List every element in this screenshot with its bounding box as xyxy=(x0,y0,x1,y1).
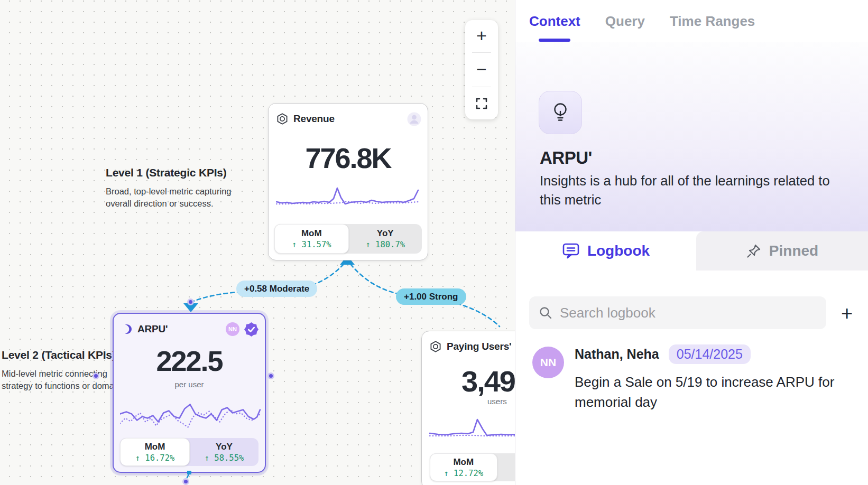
fullscreen-icon xyxy=(476,98,487,109)
metric-value: 222.5 xyxy=(114,344,265,377)
lightbulb-tile xyxy=(539,91,582,134)
owner-initials-badge[interactable]: NN xyxy=(226,322,239,336)
metric-title: ARPU' xyxy=(540,148,592,168)
tab-context[interactable]: Context xyxy=(529,0,580,42)
metric-card-arpu[interactable]: ARPU' NN 222.5 per user MoM ↑ 16.72% YoY… xyxy=(113,313,266,473)
arpu-left-handle[interactable] xyxy=(93,372,99,379)
tab-time-ranges[interactable]: Time Ranges xyxy=(670,0,755,42)
logbook-pinned-tabs: Logbook Pinned xyxy=(515,231,868,271)
mom-toggle[interactable]: MoM ↑ 12.72% xyxy=(430,453,497,481)
entry-date-badge: 05/14/2025 xyxy=(669,344,751,364)
divider xyxy=(472,87,491,87)
avatar-icon xyxy=(407,112,421,126)
metric-description: Insights is a hub for all of the learnin… xyxy=(540,171,844,209)
yoy-toggle[interactable] xyxy=(497,453,515,481)
metric-card-paying-users[interactable]: Paying Users' 3,49 users MoM ↑ 12.72% xyxy=(421,331,515,485)
subtab-logbook[interactable]: Logbook xyxy=(515,231,696,271)
mom-toggle[interactable]: MoM ↑ 31.57% xyxy=(274,224,349,254)
mom-toggle[interactable]: MoM ↑ 16.72% xyxy=(120,438,190,466)
subtab-pinned[interactable]: Pinned xyxy=(696,231,868,271)
hexagon-node-icon xyxy=(276,113,289,125)
yoy-value: ↑ 180.7% xyxy=(365,240,405,249)
mom-value: ↑ 31.57% xyxy=(292,240,331,249)
entry-text: Begin a Sale on 5/19 to increase ARPU fo… xyxy=(575,372,849,412)
logbook-chat-icon xyxy=(562,243,580,259)
verified-check-badge[interactable] xyxy=(244,322,258,337)
zoom-out-button[interactable]: − xyxy=(465,55,498,85)
subtab-label: Logbook xyxy=(587,243,650,259)
arpu-top-handle[interactable] xyxy=(187,299,194,305)
logbook-search[interactable] xyxy=(529,296,826,329)
correlation-label-strong[interactable]: +1.00 Strong xyxy=(396,288,466,305)
yoy-value: ↑ 58.55% xyxy=(205,453,244,463)
subtab-label: Pinned xyxy=(769,243,818,259)
metric-unit: users xyxy=(487,397,507,406)
divider xyxy=(472,52,491,53)
card-title: Paying Users' xyxy=(447,341,515,352)
avatar: NN xyxy=(532,347,564,378)
entry-author: Nathan, Neha xyxy=(575,347,659,362)
search-icon xyxy=(539,306,552,320)
metric-card-revenue[interactable]: Revenue 776.8K MoM ↑ 31.57% YoY ↑ 180.7% xyxy=(268,103,428,260)
correlation-value: +0.58 Moderate xyxy=(244,284,309,294)
mom-value: ↑ 16.72% xyxy=(135,453,175,463)
zoom-in-button[interactable]: + xyxy=(465,21,498,51)
correlation-value: +1.00 Strong xyxy=(404,292,458,302)
sparkline xyxy=(120,397,261,439)
panel-tab-bar: Context Query Time Ranges xyxy=(515,0,868,42)
metric-tree-canvas[interactable]: +0.58 Moderate +1.00 Strong Level 1 (Str… xyxy=(0,0,515,485)
correlation-label-moderate[interactable]: +0.58 Moderate xyxy=(236,281,317,297)
context-side-panel: Context Query Time Ranges ARPU' Insights… xyxy=(515,0,868,485)
metric-insights-header: ARPU' Insights is a hub for all of the l… xyxy=(515,42,868,231)
sparkline xyxy=(276,183,420,210)
card-title: ARPU' xyxy=(137,323,221,335)
arpu-bottom-edge-tick xyxy=(187,471,191,474)
sparkline xyxy=(429,413,515,443)
hexagon-node-icon xyxy=(429,340,442,353)
mom-label: MoM xyxy=(453,457,474,468)
add-entry-button[interactable]: + xyxy=(835,301,859,325)
yoy-toggle[interactable]: YoY ↑ 180.7% xyxy=(349,224,422,254)
logbook-body: + NN Nathan, Neha 05/14/2025 Begin a Sal… xyxy=(515,271,868,485)
canvas-zoom-toolbar: + − xyxy=(465,20,498,119)
metric-value: 3,49 xyxy=(461,364,515,398)
search-input[interactable] xyxy=(560,305,817,321)
crescent-moon-icon xyxy=(121,323,133,335)
yoy-label: YoY xyxy=(377,228,394,239)
fit-view-button[interactable] xyxy=(465,89,498,118)
yoy-toggle[interactable]: YoY ↑ 58.55% xyxy=(190,438,258,466)
yoy-label: YoY xyxy=(216,442,233,452)
metric-unit: per user xyxy=(114,380,265,389)
card-title: Revenue xyxy=(293,113,402,125)
arpu-right-handle[interactable] xyxy=(267,372,274,379)
mom-label: MoM xyxy=(301,228,322,239)
pin-icon xyxy=(746,243,762,259)
tab-query[interactable]: Query xyxy=(605,0,645,42)
arpu-bottom-handle[interactable] xyxy=(182,478,189,485)
mom-label: MoM xyxy=(145,442,165,452)
mom-value: ↑ 12.72% xyxy=(444,469,483,478)
lightbulb-icon xyxy=(550,101,571,124)
metric-value: 776.8K xyxy=(269,142,428,174)
